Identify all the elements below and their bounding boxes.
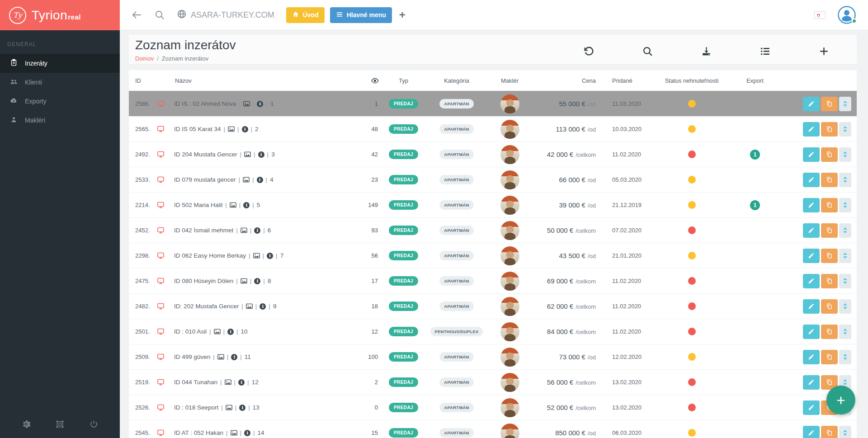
status-dot[interactable] [688, 353, 696, 361]
duplicate-button[interactable] [821, 325, 838, 339]
row-name-cell[interactable]: ID : 018 Seeport | | i | 13 [174, 404, 346, 411]
info-icon[interactable]: i [238, 379, 245, 386]
photos-icon[interactable] [246, 303, 253, 310]
photos-icon[interactable] [225, 379, 231, 386]
status-dot[interactable] [688, 100, 696, 108]
header-nazov[interactable]: Názov [174, 77, 346, 84]
edit-button[interactable] [803, 375, 820, 390]
table-row[interactable]: 2492. ID 204 Mustafa Gencer | | i | 3 42… [129, 141, 857, 167]
reorder-button[interactable] [839, 274, 851, 288]
status-dot[interactable] [688, 404, 696, 411]
info-icon[interactable]: i [257, 101, 263, 107]
photos-icon[interactable] [241, 227, 247, 234]
monitor-icon[interactable] [157, 353, 174, 361]
table-row[interactable]: 2214. ID 502 Maria Halil | | i | 5 149 P… [129, 192, 857, 217]
monitor-icon[interactable] [157, 378, 174, 386]
hlavne-menu-button[interactable]: Hlavné menu [330, 7, 392, 23]
edit-button[interactable] [803, 249, 820, 263]
table-row[interactable]: 2533. ID 079 mustafa gencer | | i | 4 23… [129, 167, 857, 192]
monitor-icon[interactable] [157, 252, 174, 259]
makler-avatar[interactable] [500, 348, 519, 367]
table-row[interactable]: 2501. ID : 010 Asil | | i | 10 12 PREDAJ… [129, 319, 857, 344]
photos-icon[interactable] [243, 100, 250, 107]
settings-gear-icon[interactable] [21, 419, 31, 431]
photos-icon[interactable] [241, 278, 247, 284]
edit-button[interactable] [803, 223, 820, 238]
header-pridane[interactable]: Pridané [606, 77, 656, 84]
info-icon[interactable]: i [243, 202, 250, 208]
screen-frame-icon[interactable] [55, 419, 65, 431]
table-row[interactable]: 2586. ID IS : 02 Ahmed Nova | | i | 1 1 … [129, 91, 857, 116]
monitor-icon[interactable] [157, 125, 174, 133]
makler-avatar[interactable] [500, 94, 519, 113]
reorder-button[interactable] [839, 426, 851, 438]
user-avatar[interactable] [837, 5, 856, 24]
header-kategoria[interactable]: Kategória [427, 77, 486, 84]
row-name-cell[interactable]: ID 204 Mustafa Gencer | | i | 3 [174, 151, 346, 158]
photos-icon[interactable] [231, 429, 237, 436]
edit-button[interactable] [803, 274, 820, 288]
duplicate-button[interactable] [821, 198, 838, 212]
add-listing-icon[interactable] [818, 46, 830, 57]
row-name-cell[interactable]: ID 044 Tunahan | | i | 12 [174, 379, 346, 386]
status-dot[interactable] [688, 328, 696, 335]
info-icon[interactable]: i [257, 177, 263, 183]
monitor-icon[interactable] [157, 429, 174, 437]
makler-avatar[interactable] [500, 272, 519, 291]
brand-logo[interactable]: Ty Tyrionreal [0, 0, 120, 30]
row-name-cell[interactable]: ID 062 Easy Home Berkay | | i | 7 [174, 252, 346, 259]
row-name-cell[interactable]: ID IS 05 Karat 34 | | i | 2 [174, 126, 346, 132]
edit-button[interactable] [803, 426, 820, 438]
edit-button[interactable] [803, 350, 820, 364]
header-cena[interactable]: Cena [533, 77, 606, 84]
header-typ[interactable]: Typ [380, 77, 427, 84]
makler-avatar[interactable] [500, 196, 519, 215]
info-icon[interactable]: i [227, 329, 234, 335]
add-tab-icon[interactable]: + [399, 9, 406, 20]
sidebar-item-makleri[interactable]: Makléri [0, 111, 120, 130]
row-name-cell[interactable]: ID IS : 02 Ahmed Nova | | i | 1 [174, 100, 346, 107]
row-name-cell[interactable]: ID : 010 Asil | | i | 10 [174, 328, 346, 335]
add-new-fab-button[interactable]: + [826, 386, 855, 414]
status-dot[interactable] [688, 302, 696, 310]
table-row[interactable]: 2452. ID 042 İsmail mehmet | | i | 6 93 … [129, 217, 857, 243]
table-row[interactable]: 2298. ID 062 Easy Home Berkay | | i | 7 … [129, 243, 857, 268]
duplicate-button[interactable] [821, 249, 838, 263]
row-name-cell[interactable]: ID 079 mustafa gencer | | i | 4 [174, 176, 346, 183]
photos-icon[interactable] [253, 252, 260, 259]
status-dot[interactable] [688, 226, 696, 234]
language-flag-slovak[interactable] [814, 11, 826, 19]
table-row[interactable]: 2475. ID 080 Hüseyin Dölen | | i | 8 17 … [129, 268, 857, 293]
duplicate-button[interactable] [821, 147, 838, 162]
photos-icon[interactable] [214, 328, 221, 335]
table-row[interactable]: 2519. ID 044 Tunahan | | i | 12 2 PREDAJ… [129, 369, 857, 395]
info-icon[interactable]: i [231, 354, 237, 360]
monitor-icon[interactable] [157, 151, 174, 158]
monitor-icon[interactable] [157, 302, 174, 310]
duplicate-button[interactable] [821, 122, 838, 137]
sidebar-item-exporty[interactable]: Exporty [0, 92, 120, 111]
edit-button[interactable] [803, 325, 820, 339]
list-view-icon[interactable] [760, 46, 771, 57]
monitor-icon[interactable] [157, 404, 174, 411]
info-icon[interactable]: i [258, 151, 264, 158]
power-icon[interactable] [89, 419, 99, 431]
header-makler[interactable]: Maklér [486, 77, 533, 84]
monitor-icon[interactable] [157, 328, 174, 335]
info-icon[interactable]: i [254, 227, 260, 234]
header-id[interactable]: ID [129, 77, 157, 84]
monitor-icon[interactable] [157, 100, 174, 108]
monitor-icon[interactable] [157, 176, 174, 184]
site-selector[interactable]: ASARA-TURKEY.COM [177, 9, 274, 21]
edit-button[interactable] [803, 122, 820, 137]
makler-avatar[interactable] [500, 170, 519, 189]
reorder-button[interactable] [839, 249, 851, 263]
reorder-button[interactable] [839, 173, 851, 187]
edit-button[interactable] [803, 198, 820, 212]
monitor-icon[interactable] [157, 226, 174, 234]
makler-avatar[interactable] [500, 297, 519, 316]
info-icon[interactable]: i [244, 430, 250, 436]
makler-avatar[interactable] [500, 322, 519, 341]
views-eye-icon[interactable] [346, 77, 380, 85]
duplicate-button[interactable] [821, 350, 838, 364]
